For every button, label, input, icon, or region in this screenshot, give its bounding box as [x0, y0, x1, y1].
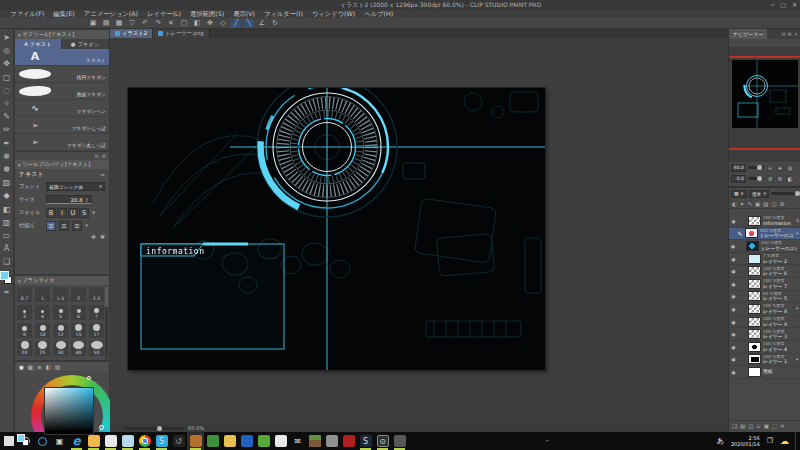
- layer-thumbnail[interactable]: [748, 304, 761, 314]
- taskbar-clock[interactable]: 2:56 2020/01/14: [729, 435, 762, 447]
- brush-size-cell[interactable]: 2.5: [88, 286, 105, 303]
- new-folder-icon[interactable]: ▤: [740, 423, 745, 429]
- taskbar-icon[interactable]: S: [357, 432, 374, 450]
- brush-size-cell[interactable]: 1.5: [52, 286, 69, 303]
- taskbar-icon[interactable]: [0, 432, 17, 450]
- command-bar-icon[interactable]: ◧: [192, 19, 202, 28]
- taskbar-icon[interactable]: [238, 432, 255, 450]
- layer-row[interactable]: ◉ 100 %通常 レイヤー 9: [729, 316, 800, 329]
- command-bar-icon[interactable]: ◇: [218, 19, 228, 28]
- tray-icon[interactable]: [607, 438, 613, 444]
- maximize-button[interactable]: □: [780, 1, 786, 9]
- tool-icon[interactable]: ◌: [1, 84, 13, 97]
- taskbar-icon[interactable]: [221, 432, 238, 450]
- layer-name[interactable]: レイヤー 3: [763, 334, 787, 340]
- command-bar-icon[interactable]: ▤: [101, 19, 111, 28]
- subtool-item[interactable]: ➣ フキダシ丸しっぽ: [15, 134, 109, 151]
- brush-size-cell[interactable]: 20: [16, 340, 33, 357]
- layer-row[interactable]: ◉ 100 %通常 レイヤー 3: [729, 328, 800, 341]
- weather-icon[interactable]: ☁: [778, 436, 792, 446]
- layer-thumbnail[interactable]: [748, 279, 761, 289]
- layer-name[interactable]: 用紙: [763, 369, 773, 375]
- brush-size-cell[interactable]: 10: [34, 322, 51, 339]
- brush-size-cell[interactable]: 3: [16, 304, 33, 321]
- taskbar-icon[interactable]: [119, 432, 136, 450]
- tray-icon[interactable]: [598, 438, 604, 444]
- align-center-button[interactable]: ≡: [59, 221, 69, 231]
- add-setting-icon[interactable]: ✚: [91, 233, 96, 240]
- minimize-button[interactable]: ─: [771, 1, 775, 9]
- detail-settings-icon[interactable]: ✱: [100, 233, 105, 240]
- tray-icon[interactable]: [652, 438, 658, 444]
- panel-menu-icon[interactable]: ▾: [18, 162, 21, 168]
- brush-size-cell[interactable]: 30: [52, 340, 69, 357]
- layer-row[interactable]: ◉ 100 %通常 レイヤー 8 ✦: [729, 303, 800, 316]
- command-bar-icon[interactable]: ▦: [114, 19, 124, 28]
- reference-layer-icon[interactable]: ✦: [740, 201, 745, 207]
- command-bar-icon[interactable]: ✥: [205, 19, 215, 28]
- tray-icon[interactable]: [643, 438, 649, 444]
- zoom-slider[interactable]: [124, 427, 184, 430]
- visibility-eye-icon[interactable]: ◉: [730, 256, 737, 262]
- navigator-zoom-value[interactable]: 60.0: [731, 164, 746, 172]
- command-bar-icon[interactable]: ↶: [140, 19, 150, 28]
- flip-horizontal-icon[interactable]: ◧: [786, 175, 794, 183]
- draft-layer-icon[interactable]: ✎: [747, 201, 752, 207]
- size-input[interactable]: 20.8↕: [46, 195, 92, 204]
- current-colors[interactable]: [17, 434, 31, 448]
- title-bar[interactable]: イラスト2 (2000 x 1296px 300dpi 60.0%) - CLI…: [0, 0, 800, 10]
- taskbar-icon[interactable]: [272, 432, 289, 450]
- taskbar-icon[interactable]: ✉: [289, 432, 306, 450]
- align-right-button[interactable]: ≡: [72, 221, 82, 231]
- foreground-color-swatch[interactable]: [17, 434, 25, 442]
- visibility-eye-icon[interactable]: ◉: [730, 268, 737, 274]
- tool-icon[interactable]: ◎: [1, 44, 13, 57]
- visibility-eye-icon[interactable]: ◉: [730, 344, 737, 350]
- tray-icon[interactable]: [679, 438, 685, 444]
- layer-name[interactable]: レイヤー 5: [763, 296, 787, 302]
- register-settings-icon[interactable]: ✑: [100, 171, 105, 178]
- command-bar-icon[interactable]: ▢: [179, 19, 189, 28]
- saturation-value-square[interactable]: [44, 387, 94, 435]
- tool-icon[interactable]: ❏: [1, 255, 13, 268]
- subtool-tab[interactable]: ●フキダシ: [62, 39, 109, 49]
- taskbar-icon[interactable]: [323, 432, 340, 450]
- layer-mask-icon[interactable]: ▣: [764, 423, 769, 429]
- intermediate-color-tab[interactable]: ▨: [55, 364, 60, 370]
- scrollbar[interactable]: [105, 287, 108, 359]
- navigator-rotate-value[interactable]: 0.0: [731, 175, 746, 183]
- visibility-eye-icon[interactable]: ◉: [730, 319, 737, 325]
- document-tab[interactable]: イラスト2: [110, 29, 153, 38]
- color-set-tab[interactable]: ▦: [28, 364, 33, 370]
- layer-thumbnail[interactable]: [748, 342, 761, 352]
- layer-thumbnail[interactable]: [748, 266, 761, 276]
- zoom-out-icon[interactable]: −: [766, 164, 774, 172]
- color-swatches[interactable]: [0, 271, 13, 286]
- taskbar-icon[interactable]: [306, 432, 323, 450]
- tray-icon[interactable]: [634, 438, 640, 444]
- command-bar-icon[interactable]: ▣: [88, 19, 98, 28]
- tool-icon[interactable]: ▨: [1, 176, 13, 189]
- taskbar-icon[interactable]: S: [153, 432, 170, 450]
- tool-icon[interactable]: ✧: [1, 97, 13, 110]
- font-select[interactable]: 有隣ゴシック体▼: [46, 182, 105, 191]
- color-slider-tab[interactable]: ≡: [37, 364, 42, 370]
- tool-icon[interactable]: ✽: [1, 163, 13, 176]
- zoom-in-icon[interactable]: +: [776, 164, 784, 172]
- subtool-item[interactable]: ∿ フキダシペン: [15, 100, 109, 117]
- sv-selector[interactable]: [87, 376, 91, 380]
- layer-thumbnail[interactable]: [748, 254, 761, 264]
- tray-icon[interactable]: [589, 438, 595, 444]
- tool-icon[interactable]: ❋: [1, 150, 13, 163]
- layer-thumbnail[interactable]: [748, 216, 761, 226]
- canvas[interactable]: information: [128, 88, 545, 370]
- layer-row[interactable]: ◉ 100 %通常 レイヤー 6: [729, 265, 800, 278]
- command-bar-icon[interactable]: ╱: [231, 19, 241, 28]
- subtool-panel-header[interactable]: ▾ サブツール[テキスト]: [15, 30, 109, 39]
- approx-color-tab[interactable]: ◧: [46, 364, 51, 370]
- visibility-eye-icon[interactable]: ◉: [730, 243, 736, 249]
- brush-size-header[interactable]: ▾ ブラシサイズ: [15, 276, 109, 285]
- chevron-down-icon[interactable]: ▼: [85, 223, 88, 228]
- rotate-left-icon[interactable]: ↺: [766, 175, 774, 183]
- layer-thumbnail[interactable]: [748, 291, 761, 301]
